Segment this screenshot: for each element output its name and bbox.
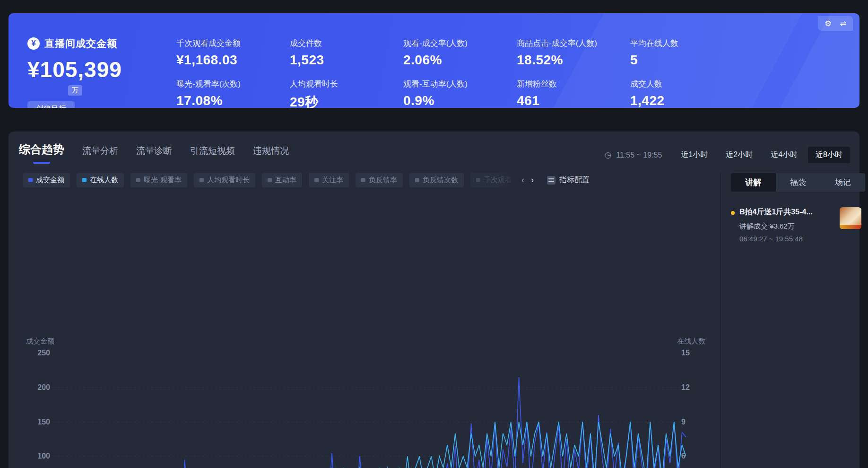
explain-list-item[interactable]: B拍4斤送1斤共35-4... 讲解成交 ¥3.62万 06:49:27 ~ 1… bbox=[731, 207, 868, 243]
time-button-近4小时[interactable]: 近4小时 bbox=[763, 147, 805, 163]
main-metric: ¥ 直播间成交金额 ¥105,399 万 创建目标 bbox=[27, 37, 122, 108]
metric-label: 成交人数 bbox=[630, 79, 665, 89]
chip-label: 千次观看成交金额 bbox=[484, 176, 514, 185]
create-goal-button[interactable]: 创建目标 bbox=[27, 101, 75, 108]
chip-label: 曝光-观看率 bbox=[144, 176, 182, 185]
legend-dot-icon bbox=[415, 178, 419, 182]
status-dot-icon bbox=[731, 211, 735, 215]
metric-value: 0.9% bbox=[403, 93, 468, 108]
chip-曝光-观看率[interactable]: 曝光-观看率 bbox=[130, 173, 187, 187]
chip-label: 人均观看时长 bbox=[207, 176, 250, 185]
metric-label: 曝光-观看率(次数) bbox=[176, 79, 241, 89]
kpi-header-card: ¥ 直播间成交金额 ¥105,399 万 创建目标 千次观看成交金额¥1,168… bbox=[9, 13, 859, 108]
left-axis-ticks: 250200150100500 bbox=[27, 353, 50, 468]
time-controls: ◷ 11:55 ~ 19:55 近1小时近2小时近4小时近8小时 bbox=[604, 147, 850, 163]
left-tick: 150 bbox=[37, 418, 50, 426]
chip-label: 负反馈次数 bbox=[423, 176, 458, 185]
side-tab-福袋[interactable]: 福袋 bbox=[776, 173, 821, 192]
panel-divider bbox=[720, 172, 720, 468]
metric-label: 商品点击-成交率(人数) bbox=[517, 38, 597, 49]
right-axis-title: 在线人数 bbox=[677, 337, 705, 346]
time-button-近1小时[interactable]: 近1小时 bbox=[673, 147, 715, 163]
legend-dot-icon bbox=[476, 178, 480, 182]
time-button-近8小时[interactable]: 近8小时 bbox=[808, 147, 850, 163]
legend-dot-icon bbox=[28, 178, 33, 182]
tab-流量分析[interactable]: 流量分析 bbox=[82, 145, 118, 164]
trend-panel: 综合趋势流量分析流量诊断引流短视频违规情况 ◷ 11:55 ~ 19:55 近1… bbox=[9, 132, 859, 468]
legend-dot-icon bbox=[268, 178, 272, 182]
metric-label: 平均在线人数 bbox=[630, 38, 678, 49]
yuan-circle-icon: ¥ bbox=[27, 37, 40, 50]
trend-chart[interactable] bbox=[53, 353, 686, 468]
chip-在线人数[interactable]: 在线人数 bbox=[77, 173, 124, 187]
time-range-buttons: 近1小时近2小时近4小时近8小时 bbox=[673, 147, 850, 163]
chip-成交金额[interactable]: 成交金额 bbox=[23, 173, 70, 187]
left-axis-title: 成交金额 bbox=[26, 337, 54, 346]
explain-time-range: 06:49:27 ~ 19:55:48 bbox=[739, 235, 868, 243]
time-button-近2小时[interactable]: 近2小时 bbox=[718, 147, 760, 163]
metric-value: 1,422 bbox=[630, 93, 665, 108]
chip-label: 关注率 bbox=[322, 176, 343, 185]
chip-label: 在线人数 bbox=[90, 176, 118, 185]
left-tick: 200 bbox=[37, 383, 50, 392]
product-image[interactable] bbox=[840, 207, 861, 229]
series-成交金额 bbox=[53, 377, 686, 468]
legend-dot-icon bbox=[82, 178, 87, 182]
legend-dot-icon bbox=[136, 178, 140, 182]
gear-icon[interactable]: ⚙ bbox=[825, 19, 831, 28]
chip-label: 互动率 bbox=[275, 176, 296, 185]
series-在线人数 bbox=[53, 422, 686, 468]
metric-value: 29秒 bbox=[290, 93, 338, 108]
chevron-right-icon[interactable]: › bbox=[531, 175, 534, 185]
clock-icon: ◷ bbox=[604, 150, 611, 160]
tab-违规情况[interactable]: 违规情况 bbox=[253, 145, 289, 164]
main-metric-label: 直播间成交金额 bbox=[44, 37, 117, 50]
chevron-left-icon[interactable]: ‹ bbox=[521, 175, 524, 185]
tab-综合趋势[interactable]: 综合趋势 bbox=[19, 142, 64, 164]
time-range-text: 11:55 ~ 19:55 bbox=[616, 151, 662, 159]
chip-人均观看时长[interactable]: 人均观看时长 bbox=[194, 173, 255, 187]
tab-流量诊断[interactable]: 流量诊断 bbox=[136, 145, 172, 164]
chip-互动率[interactable]: 互动率 bbox=[262, 173, 302, 187]
card-toolbar: ⚙ ⇌ bbox=[818, 16, 853, 31]
metric-label: 成交件数 bbox=[290, 38, 324, 49]
metric-config-button[interactable]: 指标配置 bbox=[541, 172, 595, 188]
metric-label: 新增粉丝数 bbox=[517, 79, 557, 89]
side-tab-讲解[interactable]: 讲解 bbox=[731, 173, 776, 192]
metric-label: 观看-互动率(人数) bbox=[403, 79, 468, 89]
chip-关注率[interactable]: 关注率 bbox=[309, 173, 349, 187]
metric-value: 2.06% bbox=[403, 53, 468, 68]
chip-负反馈率[interactable]: 负反馈率 bbox=[356, 173, 403, 187]
metric-label: 观看-成交率(人数) bbox=[403, 38, 468, 49]
metric-label: 千次观看成交金额 bbox=[176, 38, 241, 49]
side-panel-tabs: 讲解福袋场记 bbox=[731, 173, 865, 192]
main-metric-value: ¥105,399 bbox=[27, 57, 122, 82]
unit-badge: 万 bbox=[68, 85, 82, 96]
sliders-icon bbox=[547, 176, 556, 185]
side-tab-场记[interactable]: 场记 bbox=[820, 173, 865, 192]
metric-value: 18.52% bbox=[517, 53, 597, 68]
chip-label: 成交金额 bbox=[36, 176, 64, 185]
legend-dot-icon bbox=[200, 178, 204, 182]
metric-value: 1,523 bbox=[290, 53, 324, 68]
chip-label: 负反馈率 bbox=[369, 176, 397, 185]
left-tick: 250 bbox=[37, 349, 50, 357]
panel-tabs: 综合趋势流量分析流量诊断引流短视频违规情况 bbox=[19, 142, 289, 164]
dashboard: ¥ 直播间成交金额 ¥105,399 万 创建目标 千次观看成交金额¥1,168… bbox=[0, 0, 868, 468]
metric-value: 461 bbox=[517, 93, 557, 108]
left-tick: 100 bbox=[37, 452, 50, 460]
legend-dot-icon bbox=[361, 178, 365, 182]
metric-value: 5 bbox=[630, 53, 678, 68]
product-title: B拍4斤送1斤共35-4... bbox=[739, 207, 834, 217]
tab-引流短视频[interactable]: 引流短视频 bbox=[190, 145, 235, 164]
metric-label: 人均观看时长 bbox=[290, 79, 338, 89]
metric-value: 17.08% bbox=[176, 93, 241, 108]
chip-千次观看成交金额[interactable]: 千次观看成交金额 bbox=[470, 173, 514, 187]
legend-dot-icon bbox=[314, 178, 319, 182]
swap-icon[interactable]: ⇌ bbox=[840, 19, 846, 28]
metric-value: ¥1,168.03 bbox=[176, 53, 241, 68]
metric-chips: 成交金额在线人数曝光-观看率人均观看时长互动率关注率负反馈率负反馈次数千次观看成… bbox=[23, 172, 595, 188]
chip-负反馈次数[interactable]: 负反馈次数 bbox=[409, 173, 464, 187]
